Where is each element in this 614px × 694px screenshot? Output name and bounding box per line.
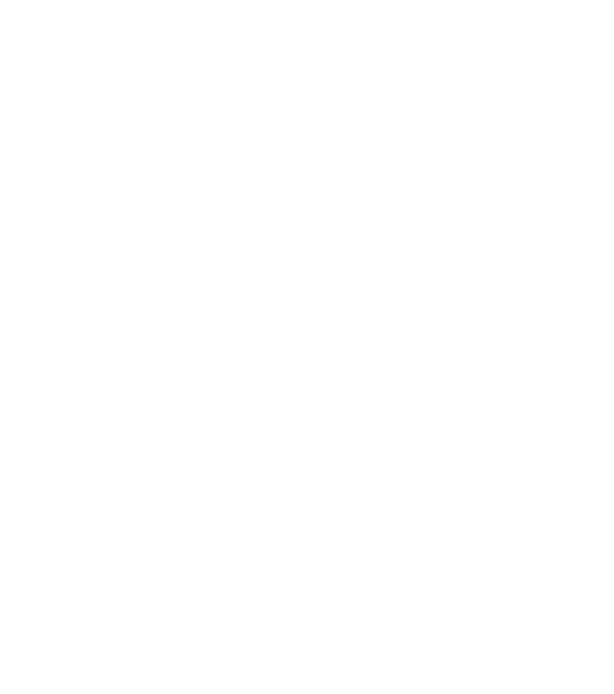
boot-sequence-diagram [0,0,614,694]
